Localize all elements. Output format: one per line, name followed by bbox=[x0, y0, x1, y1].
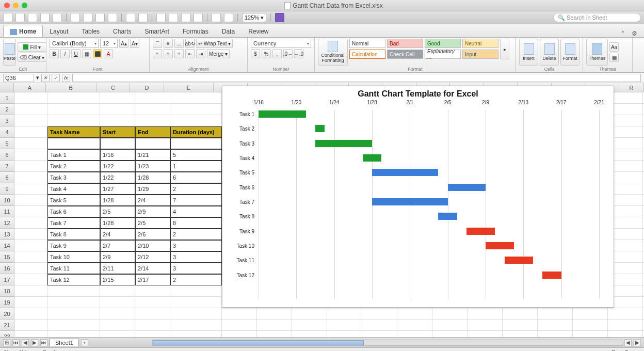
scroll-right-icon[interactable]: ▶ bbox=[634, 339, 641, 346]
table-cell[interactable] bbox=[135, 138, 170, 149]
tab-home[interactable]: Home bbox=[3, 25, 43, 37]
fill-color-button[interactable]: ⬛ bbox=[93, 49, 102, 58]
filter-icon[interactable] bbox=[194, 13, 203, 22]
open-icon[interactable] bbox=[40, 13, 50, 22]
table-cell[interactable]: 1/28 bbox=[100, 195, 135, 206]
style-explanatory[interactable]: Explanatory ... bbox=[425, 50, 461, 59]
table-cell[interactable]: 1 bbox=[170, 161, 222, 172]
cell[interactable] bbox=[47, 320, 100, 331]
cell[interactable] bbox=[135, 115, 170, 126]
format-cells-button[interactable]: Format bbox=[560, 39, 579, 66]
print-icon[interactable] bbox=[53, 13, 62, 22]
table-cell[interactable]: 2/9 bbox=[100, 251, 135, 263]
table-cell[interactable]: 2 bbox=[170, 274, 222, 285]
first-sheet-icon[interactable]: ⏮ bbox=[12, 339, 20, 346]
table-cell[interactable] bbox=[47, 138, 100, 149]
shrink-font-button[interactable]: A▾ bbox=[130, 39, 139, 48]
name-box[interactable]: Q36 bbox=[3, 74, 34, 82]
undo-icon[interactable] bbox=[126, 13, 135, 22]
cell[interactable] bbox=[432, 331, 468, 337]
cell[interactable] bbox=[257, 308, 292, 320]
currency-button[interactable]: $ bbox=[251, 49, 260, 58]
sort-az-icon[interactable] bbox=[169, 13, 178, 22]
align-top-button[interactable]: ⎴ bbox=[153, 39, 162, 48]
cell[interactable] bbox=[608, 320, 643, 331]
tab-charts[interactable]: Charts bbox=[106, 25, 138, 37]
paste-icon[interactable] bbox=[95, 13, 105, 22]
close-icon[interactable] bbox=[4, 3, 10, 8]
table-cell[interactable]: Task 1 bbox=[47, 149, 100, 161]
cell[interactable] bbox=[100, 320, 135, 331]
cell[interactable] bbox=[14, 183, 47, 195]
cell[interactable] bbox=[170, 115, 222, 126]
cell[interactable] bbox=[170, 104, 222, 115]
theme-colors-button[interactable]: ▦ bbox=[609, 53, 619, 62]
row-header[interactable]: 2 bbox=[0, 104, 14, 115]
cell[interactable] bbox=[100, 104, 135, 115]
table-cell[interactable]: 2 bbox=[170, 183, 222, 195]
cell[interactable] bbox=[222, 320, 257, 331]
row-header[interactable]: 22 bbox=[0, 331, 14, 337]
table-cell[interactable]: 1/29 bbox=[135, 183, 170, 195]
cell[interactable] bbox=[573, 331, 608, 337]
cell[interactable] bbox=[222, 308, 257, 320]
cell[interactable] bbox=[14, 308, 47, 320]
prev-sheet-icon[interactable]: ◀ bbox=[22, 339, 29, 346]
cell[interactable] bbox=[14, 331, 47, 337]
percent-button[interactable]: % bbox=[262, 49, 271, 58]
indent-dec-button[interactable]: ⇤ bbox=[185, 49, 195, 58]
table-cell[interactable]: Task 6 bbox=[47, 206, 100, 217]
border-button[interactable]: ▦ bbox=[82, 49, 91, 58]
cell[interactable] bbox=[432, 320, 468, 331]
cell[interactable] bbox=[170, 297, 222, 308]
table-cell[interactable]: 6 bbox=[170, 172, 222, 183]
cell[interactable] bbox=[14, 104, 47, 115]
sheet-tab-active[interactable]: Sheet1 bbox=[50, 339, 79, 346]
help-icon[interactable] bbox=[275, 13, 284, 22]
select-all-corner[interactable] bbox=[0, 83, 14, 92]
table-cell[interactable]: Task 3 bbox=[47, 172, 100, 183]
cell[interactable] bbox=[14, 172, 47, 183]
table-cell[interactable]: 7 bbox=[170, 195, 222, 206]
cell[interactable] bbox=[573, 320, 608, 331]
table-cell[interactable]: Task 8 bbox=[47, 229, 100, 240]
table-cell[interactable]: Task 7 bbox=[47, 217, 100, 229]
cell[interactable] bbox=[135, 331, 170, 337]
row-header[interactable]: 14 bbox=[0, 240, 14, 251]
align-left-button[interactable]: ≡ bbox=[153, 49, 162, 58]
cell[interactable] bbox=[14, 274, 47, 285]
cell[interactable] bbox=[14, 126, 47, 138]
formula-input[interactable] bbox=[72, 74, 641, 82]
show-formula-icon[interactable] bbox=[224, 13, 233, 22]
style-calculation[interactable]: Calculation bbox=[349, 50, 385, 59]
insert-cells-button[interactable]: Insert bbox=[519, 39, 538, 66]
table-cell[interactable]: 3 bbox=[170, 251, 222, 263]
cell[interactable] bbox=[14, 251, 47, 263]
cell[interactable] bbox=[135, 297, 170, 308]
style-normal[interactable]: Normal bbox=[349, 39, 385, 48]
table-cell[interactable]: Task 4 bbox=[47, 183, 100, 195]
sort-za-icon[interactable] bbox=[181, 13, 190, 22]
table-header-cell[interactable]: Duration (days) bbox=[170, 126, 222, 138]
row-header[interactable]: 4 bbox=[0, 126, 14, 138]
accept-formula-icon[interactable]: ✓ bbox=[52, 74, 60, 82]
cell[interactable] bbox=[100, 308, 135, 320]
row-header[interactable]: 1 bbox=[0, 92, 14, 104]
horizontal-scrollbar[interactable] bbox=[152, 340, 622, 346]
row-header[interactable]: 15 bbox=[0, 251, 14, 263]
table-cell[interactable] bbox=[100, 138, 135, 149]
table-cell[interactable] bbox=[170, 138, 222, 149]
row-header[interactable]: 11 bbox=[0, 206, 14, 217]
format-painter-icon[interactable] bbox=[108, 13, 117, 22]
cell[interactable] bbox=[14, 263, 47, 274]
table-cell[interactable]: 1/23 bbox=[135, 161, 170, 172]
row-header[interactable]: 8 bbox=[0, 172, 14, 183]
cell[interactable] bbox=[100, 92, 135, 104]
table-cell[interactable]: 2/10 bbox=[135, 240, 170, 251]
gantt-chart[interactable]: Gantt Chart Template for Excel 1/161/201… bbox=[222, 86, 614, 308]
font-size-combo[interactable]: 12 bbox=[100, 39, 118, 48]
grow-font-button[interactable]: A▴ bbox=[119, 39, 128, 48]
cell[interactable] bbox=[257, 331, 292, 337]
name-box-dropdown-icon[interactable]: ▾ bbox=[36, 74, 39, 81]
orientation-button[interactable]: ab↻ bbox=[185, 39, 195, 48]
